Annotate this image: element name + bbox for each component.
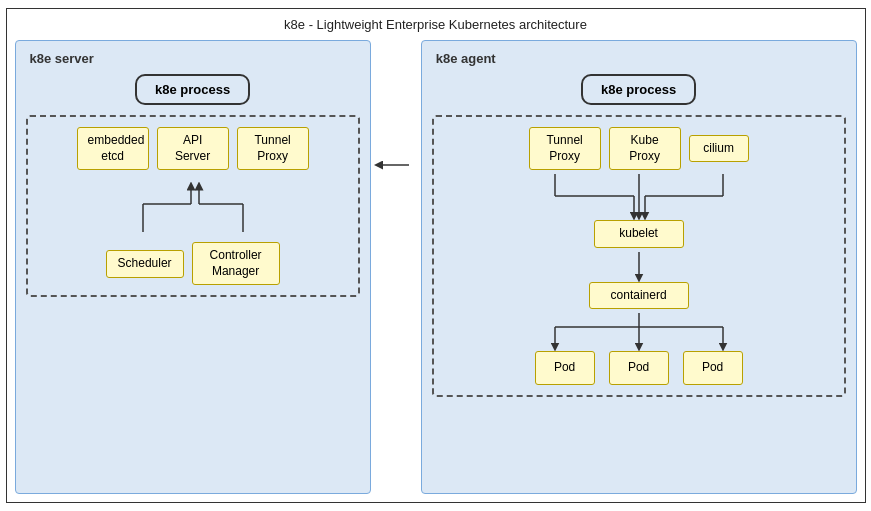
scheduler-box: Scheduler [106,250,184,278]
agent-panel-inner: k8e process Tunnel Proxy Kube Proxy cili… [432,74,846,397]
kube-proxy-box: Kube Proxy [609,127,681,170]
controller-manager-box: Controller Manager [192,242,280,285]
server-panel-inner: k8e process embedded etcd API Server Tun… [26,74,360,297]
pod2-box: Pod [609,351,669,385]
agent-tunnel-proxy-box: Tunnel Proxy [529,127,601,170]
server-arrows-svg [83,184,303,244]
embedded-etcd-box: embedded etcd [77,127,149,170]
agent-dashed-container: Tunnel Proxy Kube Proxy cilium [432,115,846,397]
api-server-box: API Server [157,127,229,170]
server-top-row: embedded etcd API Server Tunnel Proxy [77,127,309,170]
agent-label: k8e agent [432,51,496,66]
agent-arrows-3-svg [519,313,759,349]
server-tunnel-proxy-box: Tunnel Proxy [237,127,309,170]
agent-arrows-2-svg [629,252,649,280]
agent-top-row: Tunnel Proxy Kube Proxy cilium [529,127,749,170]
agent-panel: k8e agent k8e process Tunnel Proxy Kube … [421,40,857,494]
pod1-box: Pod [535,351,595,385]
containerd-box: containerd [589,282,689,310]
server-bottom-row: Scheduler Controller Manager [106,242,280,285]
server-panel: k8e server k8e process embedded etcd API… [15,40,371,494]
agent-arrows-1-svg [519,174,759,218]
agent-process-box: k8e process [581,74,696,105]
diagram-wrapper: k8e - Lightweight Enterprise Kubernetes … [6,8,866,503]
server-label: k8e server [26,51,94,66]
cilium-box: cilium [689,135,749,163]
pod3-box: Pod [683,351,743,385]
pods-row: Pod Pod Pod [535,351,743,385]
server-dashed-container: embedded etcd API Server Tunnel Proxy [26,115,360,297]
diagram-title: k8e - Lightweight Enterprise Kubernetes … [284,17,587,32]
kubelet-box: kubelet [594,220,684,248]
panels-container: k8e server k8e process embedded etcd API… [15,40,857,494]
inter-panel-arrow [381,40,411,494]
server-process-box: k8e process [135,74,250,105]
